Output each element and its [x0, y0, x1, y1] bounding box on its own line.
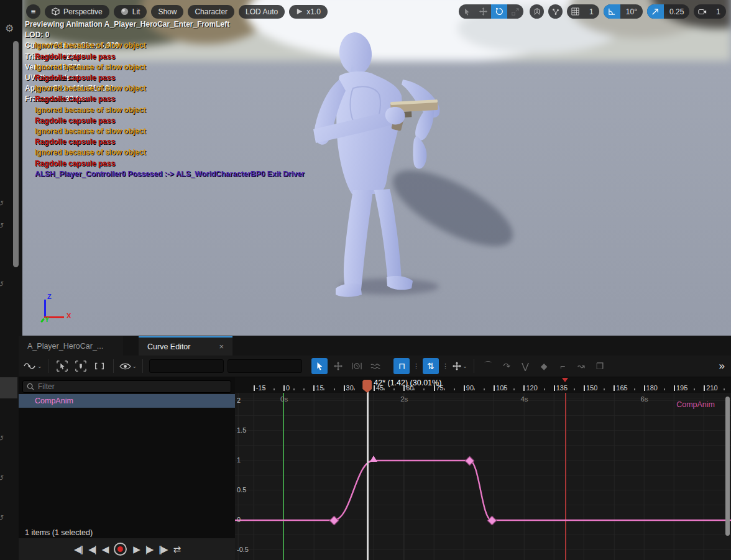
ruler-tick [644, 385, 645, 391]
clipped-tab-icon: ↺ [0, 474, 6, 482]
scale-snap-control[interactable]: 0.25 [647, 4, 689, 19]
perspective-button[interactable]: Perspective [45, 5, 109, 19]
transform-tool-group [459, 4, 523, 19]
ruler-minor-tick [393, 388, 395, 390]
coordinate-space-button[interactable] [530, 4, 544, 19]
axis-snapping-button[interactable]: ⌄ [452, 358, 468, 374]
ruler-minor-tick [264, 388, 265, 390]
debug-message-red: Ragdolle capsule pass [35, 73, 305, 83]
curve-graph-area[interactable]: -150153045607590105120135150165180195210… [235, 377, 731, 560]
range-end-cap-icon [562, 378, 568, 382]
tab-animation-document[interactable]: A_Player_HeroCar_... [19, 336, 123, 356]
ruler-minor-tick [413, 388, 415, 390]
gizmo-y-label: Y [45, 316, 49, 323]
close-tab-icon[interactable]: × [219, 342, 224, 351]
ruler-minor-tick [574, 388, 575, 390]
playback-speed-button[interactable]: x1.0 [289, 5, 328, 19]
toolbar-overflow-button[interactable]: » [719, 360, 727, 372]
play-forward-button[interactable]: ▶ [133, 544, 139, 554]
debug-message-red: Ragdolle capsule pass [35, 94, 305, 104]
time-tick-label: 4s [520, 395, 528, 403]
playhead-line[interactable] [367, 389, 369, 560]
snap-value-toggle[interactable]: ⇅ [423, 358, 439, 374]
ruler-minor-tick [454, 388, 455, 390]
debug-message-orange: Ignored because of slow object [35, 126, 305, 137]
angle-snap-value: 10° [620, 4, 643, 19]
tangent-constant-icon[interactable]: ⌐ [554, 358, 571, 374]
ruler-minor-tick [474, 388, 475, 390]
lod-auto-button[interactable]: LOD Auto [239, 5, 285, 19]
tangent-break-icon[interactable]: ⋁ [517, 358, 533, 374]
animation-curve[interactable] [235, 393, 731, 560]
ruler-minor-tick [513, 388, 515, 390]
value-tick-label: 0 [237, 516, 241, 523]
ruler-tick-label: 210 [706, 384, 717, 392]
select-tool-button[interactable] [459, 4, 475, 19]
angle-snap-icon [604, 4, 620, 19]
step-forward-button[interactable]: |▶ [145, 544, 152, 554]
curve-key-triangle[interactable] [370, 456, 377, 462]
record-button[interactable] [114, 543, 127, 556]
viewport-menu-button[interactable]: ≡ [26, 4, 40, 19]
scale-tool-button[interactable] [507, 4, 523, 19]
clipped-tab-icon: ↺ [0, 513, 6, 522]
tangent-auto-icon[interactable]: ⌒ [480, 358, 496, 374]
curve-transform-tool-button[interactable] [330, 358, 346, 374]
curve-outliner-panel: Filter CompAnim 1 items (1 selected) ◀||… [19, 377, 235, 560]
debug-message-orange: Ignored because of slow object [35, 62, 305, 73]
visibility-options-button[interactable]: ⌄ [119, 358, 137, 374]
chevron-down-icon: ⌄ [37, 363, 42, 369]
graph-vertical-scrollbar[interactable] [725, 397, 730, 536]
document-tab-bar: A_Player_HeroCar_... Curve Editor × [19, 336, 731, 356]
ruler-tick [554, 385, 555, 391]
playhead-readout: 42* (1.42) (30.01%) [374, 379, 441, 387]
clipped-tab-icon: ↺ [0, 221, 6, 230]
value-tick-label: -0.5 [237, 546, 249, 553]
tab-curve-editor[interactable]: Curve Editor × [139, 336, 232, 356]
key-value-input[interactable] [228, 359, 302, 373]
multi-select-tool-button[interactable] [367, 358, 384, 374]
tangent-user-icon[interactable]: ↷ [499, 358, 515, 374]
retime-tool-button[interactable] [349, 358, 365, 374]
tangent-weighted-icon[interactable]: ↝ [573, 358, 589, 374]
tangent-linear-icon[interactable]: ◆ [536, 358, 552, 374]
lit-mode-button[interactable]: Lit [114, 5, 147, 19]
select-keys-in-frame-button[interactable] [54, 358, 70, 374]
filter-search-box[interactable]: Filter [22, 380, 231, 393]
tab-curve-editor-label: Curve Editor [147, 342, 190, 351]
frame-selection-button[interactable] [91, 358, 108, 374]
search-icon [27, 383, 34, 390]
go-to-end-button[interactable]: ||▶ [159, 544, 167, 554]
play-reverse-button[interactable]: ◀ [102, 544, 108, 554]
snap-value-options[interactable]: ⋮ [442, 362, 449, 370]
go-to-front-button[interactable]: ◀|| [74, 544, 82, 554]
rotate-tool-button[interactable] [491, 4, 507, 19]
curve-options-icon[interactable]: ❐ [592, 358, 608, 374]
show-menu-button[interactable]: Show [151, 5, 183, 19]
step-back-button[interactable]: ◀| [88, 544, 95, 554]
rotation-snap-control[interactable]: 10° [604, 4, 643, 19]
grid-snap-control[interactable]: 1 [567, 4, 599, 19]
select-marked-keys-button[interactable] [73, 358, 89, 374]
camera-speed-control[interactable]: 1 [694, 4, 726, 19]
character-menu-button[interactable]: Character [188, 5, 234, 19]
curve-view-mode-button[interactable]: ⌄ [24, 358, 42, 374]
surface-snapping-button[interactable] [548, 4, 563, 19]
curve-select-tool-button[interactable] [311, 358, 328, 374]
curve-plot[interactable]: 21.510.50-0.5 0s2s4s6s CompAnim [235, 393, 731, 560]
preview-character-mannequin[interactable] [298, 29, 472, 302]
snap-time-options[interactable]: ⋮ [413, 362, 420, 370]
preview-viewport[interactable]: ≡ Perspective Lit Show Character LOD Aut… [22, 0, 731, 336]
ruler-tick-label: 30 [346, 384, 354, 392]
timeline-ruler[interactable]: -150153045607590105120135150165180195210 [235, 377, 731, 393]
left-rail-scrollbar[interactable] [13, 41, 19, 267]
move-tool-button[interactable] [475, 4, 491, 19]
ruler-minor-tick [384, 388, 385, 390]
loop-button[interactable]: ⇄ [173, 544, 180, 554]
key-time-input[interactable] [149, 359, 224, 373]
snap-time-toggle[interactable]: ⊓ [393, 358, 410, 374]
track-row-companim[interactable]: CompAnim [19, 394, 235, 408]
snap-time-icon: ⊓ [398, 361, 405, 371]
gear-icon[interactable]: ⚙ [5, 22, 14, 34]
show-label: Show [158, 7, 177, 16]
